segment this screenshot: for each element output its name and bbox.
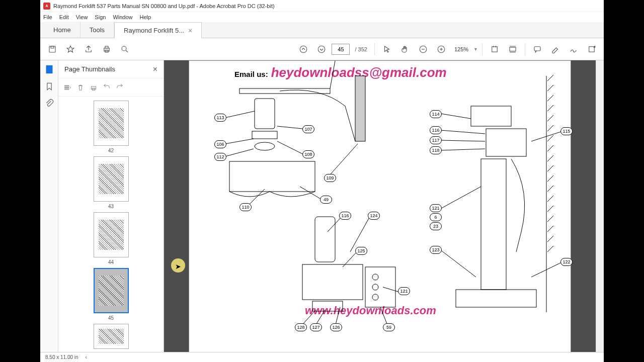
thumb-print-icon[interactable] <box>90 83 98 92</box>
svg-rect-3 <box>105 46 108 48</box>
close-tab-icon[interactable]: × <box>188 27 192 35</box>
callout: 110 <box>239 203 252 211</box>
svg-line-73 <box>441 114 471 119</box>
svg-rect-15 <box>46 66 52 73</box>
star-icon[interactable] <box>62 41 78 57</box>
svg-line-74 <box>441 130 485 134</box>
save-icon[interactable] <box>44 41 60 57</box>
pdf-icon: A <box>43 3 50 10</box>
menu-view[interactable]: View <box>76 14 88 20</box>
thumb-redo-icon[interactable] <box>116 83 124 92</box>
status-bar: 8.50 x 11.00 in ‹ <box>40 352 604 362</box>
svg-rect-29 <box>365 267 395 307</box>
callout: 127 <box>310 323 322 331</box>
fit-width-icon[interactable] <box>487 41 503 57</box>
menu-sign[interactable]: Sign <box>95 14 106 20</box>
document-area[interactable]: Email us:heydownloadss@gmail.com www.hey… <box>164 60 596 352</box>
thumbnails-rail-icon[interactable] <box>44 64 54 74</box>
fit-page-icon[interactable] <box>505 41 521 57</box>
select-tool-icon[interactable] <box>379 41 395 57</box>
bookmarks-rail-icon[interactable] <box>44 81 54 92</box>
thumbnails-list[interactable]: 42 43 44 45 <box>58 97 164 352</box>
pdf-page: Email us:heydownloadss@gmail.com www.hey… <box>189 60 571 352</box>
thumb-42[interactable]: 42 <box>94 101 129 153</box>
svg-rect-22 <box>255 99 275 129</box>
svg-rect-17 <box>65 87 69 87</box>
tab-document[interactable]: Raymond Forklift 5...× <box>114 22 202 38</box>
svg-point-5 <box>122 46 126 51</box>
cursor-icon: ➤ <box>175 262 181 270</box>
svg-rect-21 <box>239 88 330 94</box>
window-title: Raymond Forklift 537 Parts Manual SN 008… <box>53 3 275 9</box>
callout: 128 <box>295 323 307 331</box>
zoom-in-icon[interactable] <box>433 41 449 57</box>
thumb-46[interactable] <box>94 324 129 349</box>
vertical-scrollbar[interactable] <box>596 60 604 352</box>
svg-line-79 <box>531 131 562 141</box>
callout: 118 <box>430 146 442 154</box>
menu-edit[interactable]: Edit <box>59 14 69 20</box>
svg-rect-35 <box>486 129 526 156</box>
callout: 124 <box>368 212 380 220</box>
sign-icon[interactable] <box>566 41 582 57</box>
left-rail <box>40 60 58 352</box>
thumb-undo-icon[interactable] <box>103 83 111 92</box>
page-number-input[interactable] <box>332 44 350 55</box>
tab-tools[interactable]: Tools <box>80 22 114 38</box>
zoom-dropdown-icon[interactable]: ▼ <box>473 47 478 52</box>
cursor-highlight <box>171 258 185 273</box>
svg-line-59 <box>225 149 254 156</box>
svg-line-46 <box>547 145 553 151</box>
scroll-left-icon[interactable]: ‹ <box>86 354 87 360</box>
more-tools-icon[interactable] <box>584 41 600 57</box>
svg-line-60 <box>277 126 302 129</box>
svg-rect-33 <box>312 301 343 311</box>
callout: 115 <box>560 127 573 135</box>
callout: 114 <box>430 110 442 118</box>
thumb-options-icon[interactable] <box>63 83 71 92</box>
page-down-icon[interactable] <box>313 41 330 57</box>
svg-line-77 <box>440 187 481 209</box>
svg-line-45 <box>547 135 553 141</box>
hand-tool-icon[interactable] <box>397 41 413 57</box>
svg-line-49 <box>547 175 553 182</box>
acrobat-window: A Raymond Forklift 537 Parts Manual SN 0… <box>40 0 604 362</box>
callout: 122 <box>560 258 573 266</box>
svg-rect-26 <box>355 76 365 141</box>
svg-line-57 <box>225 111 255 118</box>
comment-icon[interactable] <box>529 41 545 57</box>
menu-help[interactable]: Help <box>140 14 151 20</box>
page-count: / 352 <box>355 46 367 52</box>
zoom-out-icon[interactable] <box>415 41 431 57</box>
menu-window[interactable]: Window <box>113 14 132 20</box>
svg-line-61 <box>277 141 302 154</box>
svg-line-39 <box>547 75 553 81</box>
highlight-icon[interactable] <box>547 41 564 57</box>
svg-point-32 <box>372 294 378 300</box>
page-up-icon[interactable] <box>295 41 311 57</box>
svg-rect-37 <box>456 290 536 307</box>
close-panel-icon[interactable]: × <box>153 65 157 74</box>
search-icon[interactable] <box>117 41 133 57</box>
svg-line-55 <box>547 236 553 242</box>
svg-line-52 <box>547 206 553 212</box>
svg-line-56 <box>547 246 553 252</box>
svg-rect-19 <box>91 86 96 89</box>
callout: 121 <box>398 287 410 295</box>
svg-rect-10 <box>492 46 498 52</box>
callout: 49 <box>320 196 332 204</box>
attachments-rail-icon[interactable] <box>44 99 54 109</box>
share-icon[interactable] <box>80 41 97 57</box>
svg-line-47 <box>547 155 553 161</box>
thumb-43[interactable]: 43 <box>94 156 129 209</box>
thumb-44[interactable]: 44 <box>94 212 129 265</box>
tab-home[interactable]: Home <box>44 22 80 38</box>
thumb-delete-icon[interactable] <box>76 83 85 92</box>
zoom-level[interactable]: 125% <box>451 46 471 52</box>
svg-rect-0 <box>49 46 55 52</box>
menu-file[interactable]: File <box>43 14 52 20</box>
print-icon[interactable] <box>99 41 115 57</box>
svg-rect-23 <box>252 131 277 139</box>
thumb-45[interactable]: 45 <box>94 268 129 321</box>
svg-line-68 <box>383 287 399 292</box>
